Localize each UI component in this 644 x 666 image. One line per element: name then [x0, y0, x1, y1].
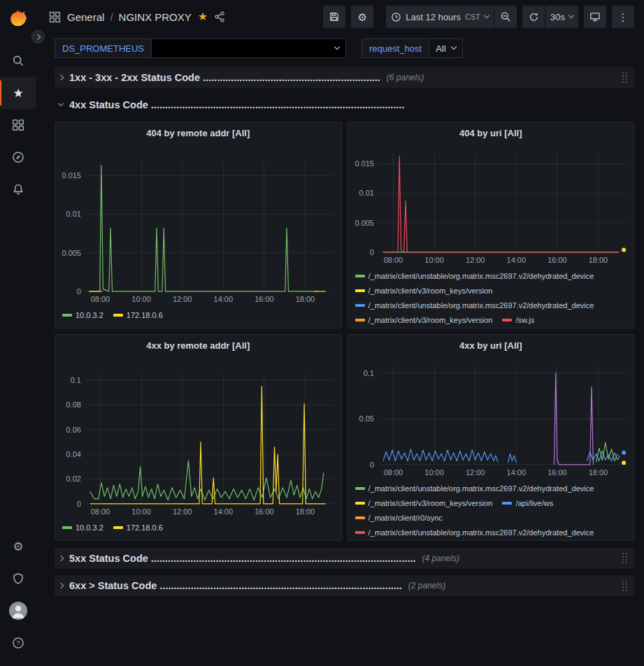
clock-icon: [391, 12, 401, 22]
legend-series-label: /api/live/ws: [515, 499, 553, 507]
sidebar-item-server-admin[interactable]: [0, 563, 36, 595]
panel-header[interactable]: 4xx by remote addr [All]: [55, 335, 341, 356]
legend-item[interactable]: /sw.js: [502, 312, 534, 327]
request-host-select[interactable]: All: [429, 38, 462, 58]
svg-text:18:00: 18:00: [588, 256, 607, 264]
legend-series-marker: [502, 502, 512, 505]
breadcrumb-dashboard-title[interactable]: NGINX PROXY: [119, 11, 192, 23]
svg-text:16:00: 16:00: [255, 507, 273, 516]
legend-item[interactable]: 172.18.0.6: [113, 307, 163, 322]
row-drag-handle[interactable]: [621, 71, 628, 84]
sidebar-item-profile[interactable]: [0, 595, 36, 627]
legend-item[interactable]: /_matrix/client/unstable/org.matrix.msc2…: [355, 298, 594, 312]
panel: 4xx by uri [All] 00.050.108:0010:0012:00…: [348, 334, 635, 541]
sidebar-item-starred[interactable]: ★: [0, 77, 36, 109]
panel: 4xx by remote addr [All] 00.020.040.060.…: [55, 334, 342, 541]
dashboard-variables: DS_PROMETHEUS request_host All: [36, 34, 644, 64]
save-dashboard-button[interactable]: [323, 6, 345, 28]
favorite-star-icon[interactable]: ★: [198, 11, 208, 22]
zoom-out-button[interactable]: [494, 6, 517, 28]
sidebar-item-explore[interactable]: [0, 141, 36, 173]
dashboard-settings-button[interactable]: ⚙: [351, 6, 373, 28]
refresh-interval-picker[interactable]: 30s: [545, 6, 578, 28]
svg-text:18:00: 18:00: [296, 295, 315, 303]
svg-text:12:00: 12:00: [465, 468, 484, 477]
row-drag-handle[interactable]: [621, 579, 628, 592]
time-controls: Last 12 hours CST: [386, 6, 517, 28]
dashboards-icon: [12, 119, 24, 131]
svg-text:0: 0: [369, 248, 373, 256]
legend-item[interactable]: /_matrix/client/unstable/org.matrix.msc2…: [355, 525, 594, 540]
legend-series-label: 172.18.0.6: [127, 311, 163, 319]
sidebar-item-help[interactable]: ?: [0, 627, 36, 659]
dashboard-row-5xx[interactable]: 5xx Status Code ........................…: [55, 548, 634, 569]
sidebar-item-configuration[interactable]: ⚙: [0, 530, 36, 563]
kebab-menu-button[interactable]: ⋮: [612, 6, 634, 28]
grafana-logo-icon[interactable]: [6, 7, 31, 32]
cycle-view-mode-button[interactable]: [584, 6, 606, 28]
breadcrumb-folder[interactable]: General: [67, 11, 104, 23]
svg-text:18:00: 18:00: [588, 468, 607, 477]
sidebar-expand-button[interactable]: [31, 30, 45, 43]
panel-title: 4xx by uri [All]: [459, 340, 522, 351]
legend-series-marker: [62, 314, 72, 317]
svg-text:18:00: 18:00: [296, 507, 315, 516]
grafana-app: ★ ⚙: [0, 0, 644, 666]
time-range-picker[interactable]: Last 12 hours CST: [386, 6, 494, 28]
save-icon: [329, 11, 340, 22]
svg-text:0.005: 0.005: [355, 219, 373, 227]
variable-label-datasource: DS_PROMETHEUS: [55, 38, 151, 58]
share-icon[interactable]: [214, 11, 225, 22]
svg-text:0: 0: [77, 500, 81, 508]
bell-icon: [12, 183, 24, 196]
dashboard-row-1xx-3xx-2xx[interactable]: 1xx - 3xx - 2xx Status Code ............…: [55, 67, 634, 88]
sidebar-item-search[interactable]: [0, 45, 36, 77]
legend-item[interactable]: /api/live/ws: [502, 495, 553, 510]
request-host-value: All: [436, 43, 445, 54]
svg-text:0.1: 0.1: [71, 376, 81, 384]
gear-icon: ⚙: [13, 541, 23, 553]
legend-item[interactable]: /_matrix/client/v3/room_keys/version: [355, 283, 493, 298]
svg-text:14:00: 14:00: [214, 295, 233, 303]
sidebar-item-alerting[interactable]: [0, 173, 36, 205]
svg-text:0.01: 0.01: [66, 210, 81, 218]
time-series-chart[interactable]: 00.020.040.060.080.108:0010:0012:0014:00…: [55, 356, 341, 518]
compass-icon: [12, 151, 24, 164]
refresh-button[interactable]: [522, 6, 545, 28]
legend-series-marker: [355, 531, 365, 534]
legend-series-marker: [113, 314, 123, 317]
dashboards-grid-icon[interactable]: [49, 11, 61, 23]
row-title: 1xx - 3xx - 2xx Status Code ............…: [69, 72, 380, 83]
time-series-chart[interactable]: 00.050.108:0010:0012:0014:0016:0018:00: [348, 356, 634, 479]
datasource-select[interactable]: [151, 38, 346, 58]
panel-header[interactable]: 4xx by uri [All]: [348, 335, 634, 356]
legend-item[interactable]: 10.0.3.2: [62, 307, 103, 322]
sidebar-item-dashboards[interactable]: [0, 109, 36, 141]
legend-item[interactable]: /_matrix/client/v3/room_keys/version: [355, 495, 493, 510]
panel-header[interactable]: 404 by uri [All]: [348, 122, 634, 143]
dashboard-row-6xx[interactable]: 6xx > Status Code ......................…: [55, 575, 634, 596]
legend-item[interactable]: /_matrix/client/unstable/org.matrix.msc2…: [355, 481, 594, 495]
timezone-badge: CST: [465, 13, 480, 21]
legend-series-label: /sw.js: [515, 316, 534, 324]
legend-item[interactable]: /_matrix/client/r0/sync: [355, 510, 443, 525]
legend-item[interactable]: /_matrix/client/v3/room_keys/version: [355, 312, 493, 327]
refresh-icon: [529, 12, 539, 22]
time-series-chart[interactable]: 00.0050.010.01508:0010:0012:0014:0016:00…: [348, 143, 634, 266]
dashboard-row-4xx[interactable]: 4xx Status Code ........................…: [55, 94, 634, 115]
svg-text:0.08: 0.08: [66, 400, 81, 409]
chevron-down-icon: [568, 13, 574, 18]
legend-item[interactable]: 172.18.0.6: [113, 520, 163, 535]
legend-item[interactable]: /_matrix/client/unstable/org.matrix.msc2…: [355, 268, 594, 283]
svg-text:16:00: 16:00: [255, 295, 273, 303]
time-series-chart[interactable]: 00.0050.010.01508:0010:0012:0014:0016:00…: [55, 143, 341, 305]
dashboard-canvas: 1xx - 3xx - 2xx Status Code ............…: [36, 64, 644, 666]
sidebar: ★ ⚙: [0, 0, 36, 666]
variable-request-host: request_host All: [362, 38, 463, 58]
row-drag-handle[interactable]: [621, 552, 628, 565]
svg-text:0.04: 0.04: [66, 450, 81, 458]
chevron-right-icon: [58, 583, 64, 588]
panel-header[interactable]: 404 by remote addr [All]: [55, 122, 341, 143]
legend-item[interactable]: 10.0.3.2: [62, 520, 103, 535]
svg-text:0.01: 0.01: [359, 189, 373, 197]
